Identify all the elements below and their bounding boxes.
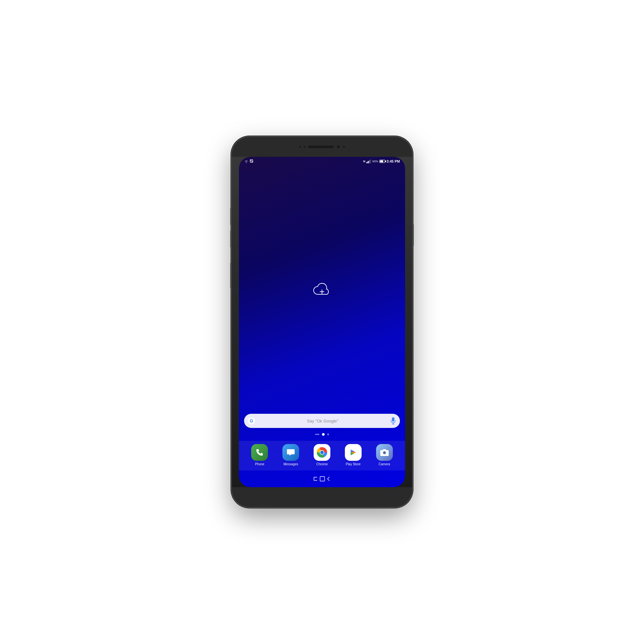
- power-button[interactable]: [412, 224, 414, 246]
- recent-apps-button[interactable]: [313, 476, 319, 482]
- signal-icon: [366, 159, 371, 163]
- play-store-app-label: Play Store: [346, 462, 361, 466]
- camera-app-icon: [376, 444, 393, 461]
- svg-point-17: [321, 451, 323, 454]
- chrome-app-icon: [314, 444, 330, 461]
- front-camera: [336, 145, 340, 149]
- bottom-bezel: [232, 487, 412, 507]
- status-time: 3:45 PM: [386, 159, 400, 163]
- earpiece: [308, 146, 334, 148]
- back-button[interactable]: [326, 476, 331, 482]
- sensor-dot: [299, 146, 301, 148]
- svg-rect-10: [392, 417, 394, 421]
- battery-icon: [379, 160, 385, 163]
- home-button[interactable]: [319, 476, 326, 482]
- messages-app-icon: [282, 444, 299, 461]
- status-right: N 60% 3:45 PM: [363, 159, 400, 163]
- svg-rect-2: [366, 162, 367, 163]
- phone-app-label: Phone: [255, 462, 264, 466]
- svg-rect-3: [368, 161, 369, 163]
- battery-percent: 60%: [372, 160, 378, 163]
- app-phone[interactable]: Phone: [251, 444, 268, 466]
- front-camera-area: [299, 145, 345, 149]
- search-placeholder: Say "Ok Google": [258, 419, 388, 423]
- svg-point-21: [384, 452, 385, 454]
- svg-rect-23: [320, 477, 325, 481]
- phone-device: N 60% 3:45 PM: [232, 137, 412, 507]
- page-indicator-2: [327, 433, 329, 435]
- top-bezel: [232, 137, 412, 157]
- wallpaper-area: G Say "Ok Google": [239, 166, 405, 487]
- phone-screen[interactable]: N 60% 3:45 PM: [239, 157, 405, 487]
- play-store-app-icon: [345, 444, 362, 461]
- volume-up-button[interactable]: [230, 208, 232, 225]
- search-bar-area: G Say "Ok Google": [239, 414, 405, 428]
- page-indicators: [315, 433, 329, 436]
- google-search-bar[interactable]: G Say "Ok Google": [244, 414, 400, 428]
- navigation-bar: [303, 470, 341, 487]
- notification-icon: [250, 159, 253, 163]
- phone-app-icon: [251, 444, 268, 461]
- chrome-app-label: Chrome: [316, 462, 328, 466]
- sensor-dot2: [304, 146, 306, 148]
- app-camera[interactable]: Camera: [376, 444, 393, 466]
- page-indicator-0: [315, 434, 319, 435]
- page-indicator-1: [322, 433, 325, 436]
- svg-line-1: [250, 160, 253, 162]
- app-dock: Phone Messages: [239, 441, 405, 470]
- volume-down-button[interactable]: [230, 230, 232, 248]
- cloud-plus-area: [313, 166, 331, 414]
- camera-app-label: Camera: [379, 462, 390, 466]
- app-play-store[interactable]: Play Store: [345, 444, 362, 466]
- app-chrome[interactable]: Chrome: [314, 444, 330, 466]
- svg-rect-5: [370, 159, 371, 163]
- messages-app-label: Messages: [283, 462, 298, 466]
- cloud-plus-icon: [313, 283, 331, 297]
- status-bar: N 60% 3:45 PM: [239, 157, 405, 166]
- svg-rect-4: [369, 160, 370, 163]
- sensor-dot3: [343, 146, 345, 148]
- nfc-icon: N: [363, 160, 365, 163]
- wifi-icon: [244, 159, 249, 163]
- app-messages[interactable]: Messages: [282, 444, 299, 466]
- bixby-button[interactable]: [230, 262, 232, 288]
- svg-text:G: G: [250, 418, 253, 423]
- mic-icon[interactable]: [390, 417, 396, 424]
- status-left: [244, 159, 253, 163]
- google-logo: G: [248, 417, 255, 424]
